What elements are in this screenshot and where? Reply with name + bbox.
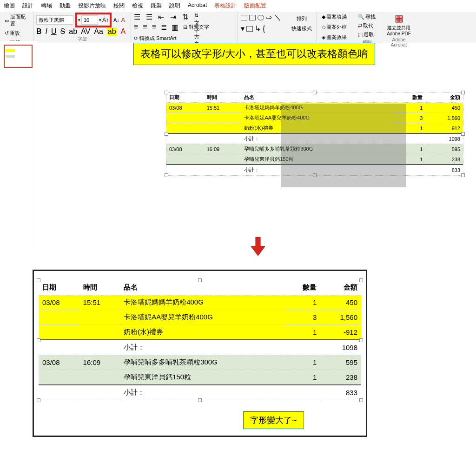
layout-button[interactable]: ▭ 版面配置 [3,13,30,28]
table-row[interactable]: 小計：1098 [39,340,361,355]
line-spacing-icon[interactable]: ⇅ [182,13,190,19]
quick-style-button[interactable]: 快速樣式 [290,24,314,33]
tab-acrobat[interactable]: Acrobat [188,2,207,10]
table-row[interactable]: 03/0816:09孕哺兒哺多多哺乳茶顆粒300G1595 [39,355,361,370]
shape-poly-icon[interactable] [246,26,253,32]
tab-review[interactable]: 校閱 [113,2,125,10]
arrange-button[interactable]: 排列 [295,14,309,23]
slide-thumbnail-1[interactable] [4,45,33,68]
shape-fill-button[interactable]: ◆ 圖案填滿 [320,13,350,21]
shape-arrow-icon[interactable]: ⇨ [266,13,272,22]
shape-brace-icon[interactable]: { [263,25,265,33]
table-row[interactable]: 小計：1098 [166,133,463,144]
font-size-highlight: ▾ ▾ A↑ [75,13,112,27]
tab-slideshow[interactable]: 投影片放映 [78,2,106,10]
align-right-icon[interactable]: ≡ [152,23,156,31]
table-row[interactable]: 卡洛塔妮AA嬰兒羊奶粉400G31,560 [166,113,463,123]
highlight-button[interactable]: ab [107,27,117,36]
align-text-button[interactable]: ⊟ 對齊文字 [183,24,209,31]
annotation-bottom: 字形變大了~ [243,411,304,429]
bold-button[interactable]: B [36,27,42,36]
shape-line-icon[interactable]: ＼ [274,13,281,22]
shadow-button[interactable]: ab [69,27,77,36]
columns-icon[interactable]: ▥ [172,23,178,32]
annotation-top: 表格可以修改字形/大小，甚至也可以改表格顏色唷 [133,43,375,65]
strike-button[interactable]: S [60,27,66,36]
result-panel: 日期時間品名數量金額03/0815:51卡洛塔妮媽媽羊奶粉400G1450卡洛塔… [33,270,367,437]
indent-left-icon[interactable]: ⇤ [158,13,165,19]
numbering-icon[interactable]: ☰ [146,13,153,19]
table-row[interactable]: 奶粉(水)禮券1-912 [39,325,361,340]
slide-canvas: 表格可以修改字形/大小，甚至也可以改表格顏色唷 日期時間品名數量金額03/081… [37,41,476,245]
select-button[interactable]: ⬚ 選取 [356,30,378,39]
justify-icon[interactable]: ≣ [161,23,167,32]
spacing-button[interactable]: AV [81,27,90,36]
replace-button[interactable]: ⇄ 取代 [356,21,378,30]
ribbon-tabs: 繪圖 設計 轉場 動畫 投影片放映 校閱 檢視 錄製 說明 Acrobat 表格… [0,0,476,12]
shape-more-icon[interactable]: ▾ [241,24,245,33]
shape-outline-button[interactable]: ◇ 圖案外框 [320,23,350,32]
ribbon: ▭ 版面配置 ↺ 重設 ▭ 區段 投影片 ▾ ▾ A↑ A↓ A B I U S… [0,12,476,43]
reset-button[interactable]: ↺ 重設 [3,29,22,38]
align-left-icon[interactable]: ≡ [134,23,138,31]
tab-animation[interactable]: 動畫 [60,2,71,10]
shape-connector-icon[interactable]: ↳ [255,24,261,33]
text-direction-button[interactable]: ⇅ 文字方向 [194,13,202,19]
pdf-button[interactable]: 建立並共用 Adobe PDF [384,24,414,37]
grow-font-icon[interactable]: A↑ [102,17,109,23]
table-large[interactable]: 日期時間品名數量金額03/0815:51卡洛塔妮媽媽羊奶粉400G1450卡洛塔… [39,280,361,400]
tab-table-design[interactable]: 表格設計 [214,2,237,10]
tab-transition[interactable]: 轉場 [41,2,52,10]
shape-rect2-icon[interactable] [249,15,256,20]
font-size-input[interactable] [81,15,98,25]
tab-help[interactable]: 說明 [169,2,180,10]
data-table-small[interactable]: 日期時間品名數量金額03/0815:51卡洛塔妮媽媽羊奶粉400G1450卡洛塔… [166,93,463,175]
tab-layout[interactable]: 版面配置 [244,2,266,10]
clear-format-icon[interactable]: A [121,17,125,23]
data-table-large[interactable]: 日期時間品名數量金額03/0815:51卡洛塔妮媽媽羊奶粉400G1450卡洛塔… [39,280,361,400]
font-color-button[interactable]: A [121,27,126,36]
table-row[interactable]: 03/0816:09孕哺兒哺多多哺乳茶顆粒300G1595 [166,144,463,154]
shape-circle-icon[interactable] [258,15,264,20]
shrink-font-icon[interactable]: A↓ [113,17,119,23]
tab-draw[interactable]: 繪圖 [4,2,15,10]
arrow-down-icon [251,237,265,258]
table-row[interactable]: 孕哺兒東洋貝鈣150粒1238 [39,370,361,385]
table-row[interactable]: 小計：833 [39,385,361,400]
underline-button[interactable]: U [51,27,57,36]
table-row[interactable]: 03/0815:51卡洛塔妮媽媽羊奶粉400G1450 [39,295,361,310]
find-button[interactable]: 🔍 尋找 [356,13,378,21]
align-center-icon[interactable]: ≡ [143,23,147,31]
italic-button[interactable]: I [46,27,47,36]
table-row[interactable]: 孕哺兒東洋貝鈣150粒1238 [166,154,463,165]
tab-view[interactable]: 檢視 [132,2,143,10]
indent-right-icon[interactable]: ⇥ [170,13,178,19]
bullets-icon[interactable]: ☰ [134,13,141,19]
table-small[interactable]: 日期時間品名數量金額03/0815:51卡洛塔妮媽媽羊奶粉400G1450卡洛塔… [166,92,463,176]
pdf-icon[interactable]: ▦ [395,13,403,23]
table-row[interactable]: 卡洛塔妮AA嬰兒羊奶粉400G31,560 [39,310,361,325]
tab-record[interactable]: 錄製 [151,2,162,10]
shape-rect-icon[interactable] [241,15,247,20]
table-row[interactable]: 奶粉(水)禮券1-912 [166,123,463,134]
slide-panel [0,41,37,253]
font-name-input[interactable] [36,15,73,25]
table-row[interactable]: 03/0815:51卡洛塔妮媽媽羊奶粉400G1450 [166,103,463,113]
tab-design[interactable]: 設計 [22,2,33,10]
case-button[interactable]: Aa [94,27,103,36]
